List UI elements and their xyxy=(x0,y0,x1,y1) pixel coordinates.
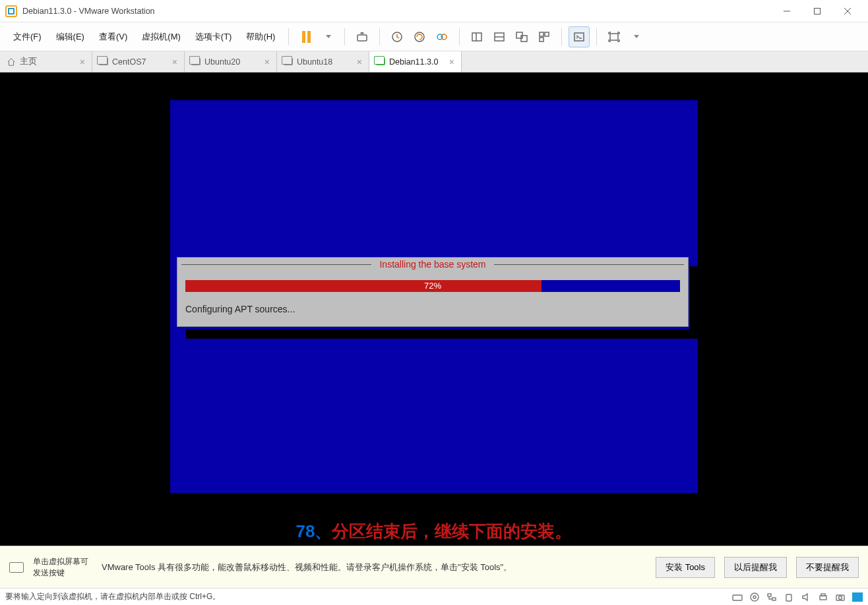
vm-icon xyxy=(284,58,293,65)
tab-centos7[interactable]: CentOS7 × xyxy=(92,51,185,72)
menu-file[interactable]: 文件(F) xyxy=(7,27,48,47)
svg-rect-15 xyxy=(540,32,543,36)
remind-later-button[interactable]: 以后提醒我 xyxy=(724,557,787,578)
console-button[interactable] xyxy=(569,26,590,47)
network-icon[interactable] xyxy=(766,592,777,602)
snapshot-revert-button[interactable] xyxy=(409,26,430,47)
installer-dialog: Installing the base system 72% Configuri… xyxy=(177,257,689,327)
view-split-button[interactable] xyxy=(489,26,510,47)
printer-icon[interactable] xyxy=(818,592,828,602)
svg-rect-1 xyxy=(815,8,821,14)
installer-title: Installing the base system xyxy=(375,259,489,270)
installer-progress-label: 72% xyxy=(185,280,680,292)
menu-edit[interactable]: 编辑(E) xyxy=(49,27,91,47)
device-tray xyxy=(732,592,863,602)
never-remind-button[interactable]: 不要提醒我 xyxy=(796,557,859,578)
display-indicator[interactable] xyxy=(852,592,863,602)
svg-rect-4 xyxy=(357,35,367,41)
tabbar: 主页 × CentOS7 × Ubuntu20 × Ubuntu18 × Deb… xyxy=(0,51,868,72)
svg-point-6 xyxy=(415,32,424,42)
svg-point-21 xyxy=(751,593,759,601)
tab-label: Ubuntu18 xyxy=(297,57,332,67)
fullscreen-button[interactable] xyxy=(604,26,625,47)
camera-icon[interactable] xyxy=(835,592,846,602)
app-icon xyxy=(5,5,17,17)
menu-tabs[interactable]: 选项卡(T) xyxy=(189,27,239,47)
vm-console-area[interactable]: Installing the base system 72% Configuri… xyxy=(0,72,868,546)
view-thumbnail-button[interactable] xyxy=(534,26,555,47)
window-title: Debian11.3.0 - VMware Workstation xyxy=(22,7,155,16)
svg-rect-25 xyxy=(786,594,791,601)
cd-icon[interactable] xyxy=(749,592,760,602)
snapshot-manager-button[interactable] xyxy=(431,26,452,47)
close-button[interactable] xyxy=(832,1,863,21)
menu-vm[interactable]: 虚拟机(M) xyxy=(135,27,187,47)
tab-label: Ubuntu20 xyxy=(204,57,240,67)
svg-rect-24 xyxy=(772,598,776,600)
send-ctrl-alt-del-button[interactable] xyxy=(352,26,373,47)
tab-ubuntu18[interactable]: Ubuntu18 × xyxy=(277,51,369,72)
svg-rect-23 xyxy=(768,594,771,596)
menu-view[interactable]: 查看(V) xyxy=(92,27,134,47)
status-message: 要将输入定向到该虚拟机，请在虚拟机内部单击或按 Ctrl+G。 xyxy=(5,591,220,602)
usb-icon[interactable] xyxy=(784,592,794,602)
fullscreen-dropdown[interactable] xyxy=(625,26,646,47)
tab-label: CentOS7 xyxy=(112,57,146,67)
svg-rect-16 xyxy=(545,32,549,36)
vm-screen: Installing the base system 72% Configuri… xyxy=(170,100,698,493)
svg-point-29 xyxy=(839,596,842,599)
tab-close-icon[interactable]: × xyxy=(172,57,177,67)
svg-rect-9 xyxy=(472,33,481,41)
vm-icon xyxy=(99,58,108,65)
snapshot-take-button[interactable] xyxy=(387,26,408,47)
home-icon xyxy=(7,57,16,67)
svg-point-22 xyxy=(753,596,756,598)
tab-debian11[interactable]: Debian11.3.0 × xyxy=(369,51,462,72)
install-tools-button[interactable]: 安装 Tools xyxy=(656,557,715,578)
sound-icon[interactable] xyxy=(801,592,811,602)
tab-close-icon[interactable]: × xyxy=(80,57,85,67)
vm-icon xyxy=(376,58,385,65)
svg-rect-26 xyxy=(820,596,826,600)
titlebar: Debian11.3.0 - VMware Workstation xyxy=(0,0,868,22)
menubar: 文件(F) 编辑(E) 查看(V) 虚拟机(M) 选项卡(T) 帮助(H) xyxy=(0,22,868,51)
tab-ubuntu20[interactable]: Ubuntu20 × xyxy=(185,51,277,72)
svg-rect-27 xyxy=(821,594,825,596)
installer-progress: 72% xyxy=(185,280,680,292)
minimize-button[interactable] xyxy=(772,1,802,21)
view-unity-button[interactable] xyxy=(511,26,532,47)
view-single-button[interactable] xyxy=(466,26,487,47)
installer-status: Configuring APT sources... xyxy=(177,300,688,326)
tab-close-icon[interactable]: × xyxy=(449,57,454,67)
svg-point-8 xyxy=(441,34,447,40)
svg-rect-17 xyxy=(540,38,543,42)
statusbar: 要将输入定向到该虚拟机，请在虚拟机内部单击或按 Ctrl+G。 xyxy=(0,588,868,605)
tutorial-caption: 78、分区结束后，继续下面的安装。 xyxy=(0,520,868,543)
vmware-tools-hint: VMware Tools 具有很多功能，能改善鼠标移动性、视频和性能。请登录客户… xyxy=(102,562,646,573)
svg-rect-19 xyxy=(610,34,618,40)
vm-icon xyxy=(191,58,201,65)
tab-home[interactable]: 主页 × xyxy=(0,51,92,72)
tab-close-icon[interactable]: × xyxy=(357,57,362,67)
keyboard-icon xyxy=(9,562,24,573)
caption-number: 78、 xyxy=(296,521,332,541)
menu-help[interactable]: 帮助(H) xyxy=(239,27,282,47)
harddisk-icon[interactable] xyxy=(732,592,743,602)
tab-close-icon[interactable]: × xyxy=(264,57,270,67)
power-dropdown[interactable] xyxy=(317,26,338,47)
vmware-tools-infobar: 单击虚拟屏幕可发送按键 VMware Tools 具有很多功能，能改善鼠标移动性… xyxy=(0,546,868,588)
click-hint: 单击虚拟屏幕可发送按键 xyxy=(33,556,92,579)
tab-label: 主页 xyxy=(20,56,37,67)
tab-label: Debian11.3.0 xyxy=(389,57,438,67)
svg-rect-20 xyxy=(733,595,742,600)
suspend-button[interactable] xyxy=(295,26,317,47)
caption-text: 分区结束后，继续下面的安装。 xyxy=(332,521,572,541)
maximize-button[interactable] xyxy=(802,1,832,21)
